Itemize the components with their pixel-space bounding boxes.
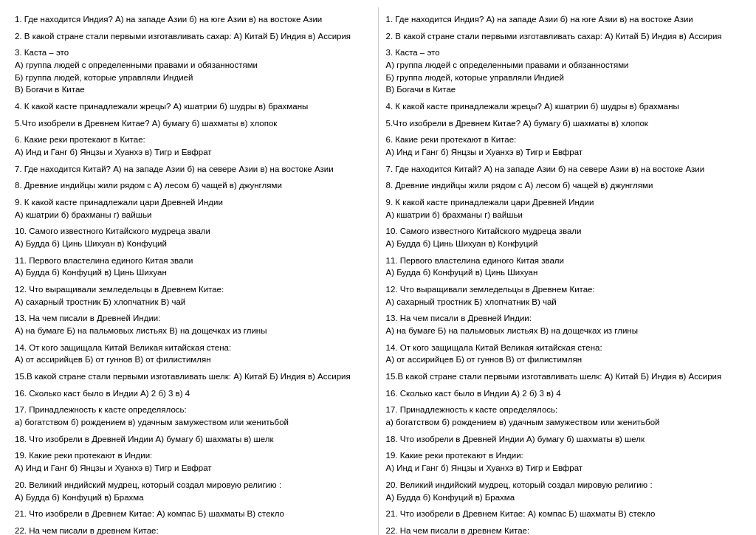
- question-block-q5: 5.Что изобрели в Древнем Китае? А) бумаг…: [15, 117, 371, 130]
- question-text: А) Будда б) Цинь Шихуан в) Конфуций: [386, 238, 742, 250]
- question-block-q19r: 19. Какие реки протекают в Индии:А) Инд …: [386, 449, 742, 474]
- question-block-q1r: 1. Где находится Индия? А) на западе Ази…: [386, 13, 742, 26]
- question-block-q21r: 21. Что изобрели в Древнем Китае: А) ком…: [386, 508, 742, 520]
- question-text: 4. К какой касте принадлежали жрецы? А) …: [15, 100, 371, 113]
- question-block-q9: 9. К какой касте принадлежали цари Древн…: [15, 196, 371, 221]
- question-block-q10: 10. Самого известного Китайского мудреца…: [15, 225, 371, 249]
- question-text: 10. Самого известного Китайского мудреца…: [15, 225, 371, 238]
- question-text: 13. На чем писали в Древней Индии:: [15, 312, 371, 325]
- question-text: А) Инд и Ганг б) Янцзы и Хуанхэ в) Тигр …: [386, 462, 742, 474]
- question-text: 16. Сколько каст было в Индии А) 2 б) 3 …: [15, 387, 371, 400]
- question-text: 9. К какой касте принадлежали цари Древн…: [15, 196, 371, 209]
- question-text: 12. Что выращивали земледельцы в Древнем…: [386, 283, 742, 296]
- question-block-q17: 17. Принадлежность к касте определялось:…: [15, 404, 371, 428]
- question-text: А) Инд и Ганг б) Янцзы и Хуанхэ в) Тигр …: [15, 146, 371, 159]
- question-text: 17. Принадлежность к касте определялось:: [15, 404, 371, 416]
- question-block-q13r: 13. На чем писали в Древней Индии:А) на …: [386, 312, 742, 336]
- question-text: 14. От кого защищала Китай Великая китай…: [15, 342, 371, 354]
- question-text: А) группа людей с определенными правами …: [15, 59, 371, 72]
- question-block-q1: 1. Где находится Индия? А) на западе Ази…: [15, 13, 371, 26]
- question-text: А) Будда б) Конфуций в) Брахма: [386, 491, 742, 504]
- question-text: 1. Где находится Индия? А) на западе Ази…: [15, 13, 371, 26]
- question-text: 21. Что изобрели в Древнем Китае: А) ком…: [386, 508, 742, 520]
- question-text: 4. К какой касте принадлежали жрецы? А) …: [386, 100, 742, 113]
- question-text: А) кшатрии б) брахманы г) вайшьи: [386, 209, 742, 221]
- question-text: А) на бумаге Б) на пальмовых листьях В) …: [15, 325, 371, 337]
- question-block-q18r: 18. Что изобрели в Древней Индии А) бума…: [386, 433, 742, 446]
- question-text: А) Будда б) Конфуций в) Цинь Шихуан: [15, 266, 371, 279]
- question-text: 20. Великий индийский мудрец, который со…: [15, 479, 371, 491]
- question-block-q3: 3. Каста – этоА) группа людей с определе…: [15, 46, 371, 96]
- question-block-q6: 6. Какие реки протекают в Китае:А) Инд и…: [15, 134, 371, 158]
- question-text: 13. На чем писали в Древней Индии:: [386, 312, 742, 325]
- question-block-q2: 2. В какой стране стали первыми изготавл…: [15, 30, 371, 43]
- question-text: А) Будда б) Конфуций в) Брахма: [15, 491, 371, 504]
- question-text: 19. Какие реки протекают в Индии:: [15, 449, 371, 462]
- question-block-q22: 22. На чем писали в древнем Китае:А) на …: [15, 525, 371, 535]
- question-text: 6. Какие реки протекают в Китае:: [15, 134, 371, 146]
- question-block-q10r: 10. Самого известного Китайского мудреца…: [386, 225, 742, 249]
- question-block-q19: 19. Какие реки протекают в Индии:А) Инд …: [15, 449, 371, 474]
- question-text: 3. Каста – это: [386, 46, 742, 59]
- question-text: В) Богачи в Китае: [386, 83, 742, 96]
- right-column: 1. Где находится Индия? А) на западе Ази…: [379, 7, 749, 535]
- question-text: 8. Древние индийцы жили рядом с А) лесом…: [15, 179, 371, 192]
- question-text: 9. К какой касте принадлежали цари Древн…: [386, 196, 742, 209]
- question-text: 7. Где находится Китай? А) на западе Ази…: [386, 163, 742, 176]
- question-text: 22. На чем писали в древнем Китае:: [386, 525, 742, 535]
- question-text: В) Богачи в Китае: [15, 83, 371, 96]
- question-block-q16r: 16. Сколько каст было в Индии А) 2 б) 3 …: [386, 387, 742, 400]
- question-block-q5r: 5.Что изобрели в Древнем Китае? А) бумаг…: [386, 117, 742, 130]
- question-text: 11. Первого властелина единого Китая зва…: [15, 255, 371, 267]
- question-block-q12: 12. Что выращивали земледельцы в Древнем…: [15, 283, 371, 308]
- question-block-q11: 11. Первого властелина единого Китая зва…: [15, 255, 371, 279]
- question-block-q3r: 3. Каста – этоА) группа людей с определе…: [386, 46, 742, 96]
- question-text: А) Инд и Ганг б) Янцзы и Хуанхэ в) Тигр …: [15, 462, 371, 474]
- question-text: 5.Что изобрели в Древнем Китае? А) бумаг…: [15, 117, 371, 130]
- question-block-q8r: 8. Древние индийцы жили рядом с А) лесом…: [386, 179, 742, 192]
- question-text: 19. Какие реки протекают в Индии:: [386, 449, 742, 462]
- question-block-q16: 16. Сколько каст было в Индии А) 2 б) 3 …: [15, 387, 371, 400]
- question-text: А) кшатрии б) брахманы г) вайшьи: [15, 209, 371, 221]
- question-text: 6. Какие реки протекают в Китае:: [386, 134, 742, 146]
- question-block-q15: 15.В какой стране стали первыми изготавл…: [15, 370, 371, 383]
- question-text: 20. Великий индийский мудрец, который со…: [386, 479, 742, 491]
- page-container: 1. Где находится Индия? А) на западе Ази…: [7, 7, 749, 535]
- question-text: 2. В какой стране стали первыми изготавл…: [15, 30, 371, 43]
- question-text: 7. Где находится Китай? А) на западе Ази…: [15, 163, 371, 176]
- left-column: 1. Где находится Индия? А) на западе Ази…: [7, 7, 379, 535]
- question-text: 14. От кого защищала Китай Великая китай…: [386, 342, 742, 354]
- question-text: 21. Что изобрели в Древнем Китае: А) ком…: [15, 508, 371, 520]
- question-text: 15.В какой стране стали первыми изготавл…: [386, 370, 742, 383]
- question-block-q8: 8. Древние индийцы жили рядом с А) лесом…: [15, 179, 371, 192]
- question-block-q20r: 20. Великий индийский мудрец, который со…: [386, 479, 742, 503]
- question-block-q12r: 12. Что выращивали земледельцы в Древнем…: [386, 283, 742, 308]
- question-block-q4: 4. К какой касте принадлежали жрецы? А) …: [15, 100, 371, 113]
- question-block-q11r: 11. Первого властелина единого Китая зва…: [386, 255, 742, 279]
- question-text: А) Будда б) Конфуций в) Цинь Шихуан: [386, 266, 742, 279]
- question-text: а) богатством б) рождением в) удачным за…: [15, 416, 371, 429]
- question-block-q20: 20. Великий индийский мудрец, который со…: [15, 479, 371, 503]
- question-text: А) сахарный тростник Б) хлопчатник В) ча…: [15, 296, 371, 308]
- question-text: 18. Что изобрели в Древней Индии А) бума…: [386, 433, 742, 446]
- question-block-q22r: 22. На чем писали в древнем Китае:А) на …: [386, 525, 742, 535]
- question-text: 8. Древние индийцы жили рядом с А) лесом…: [386, 179, 742, 192]
- question-text: А) сахарный тростник Б) хлопчатник В) ча…: [386, 296, 742, 308]
- question-block-q13: 13. На чем писали в Древней Индии:А) на …: [15, 312, 371, 336]
- question-block-q7r: 7. Где находится Китай? А) на западе Ази…: [386, 163, 742, 176]
- question-text: 12. Что выращивали земледельцы в Древнем…: [15, 283, 371, 296]
- question-text: 3. Каста – это: [15, 46, 371, 59]
- question-block-q6r: 6. Какие реки протекают в Китае:А) Инд и…: [386, 134, 742, 158]
- question-text: 2. В какой стране стали первыми изготавл…: [386, 30, 742, 43]
- question-text: 22. На чем писали в древнем Китае:: [15, 525, 371, 535]
- question-block-q2r: 2. В какой стране стали первыми изготавл…: [386, 30, 742, 43]
- question-block-q15r: 15.В какой стране стали первыми изготавл…: [386, 370, 742, 383]
- question-block-q21: 21. Что изобрели в Древнем Китае: А) ком…: [15, 508, 371, 520]
- question-block-q14: 14. От кого защищала Китай Великая китай…: [15, 342, 371, 366]
- question-block-q14r: 14. От кого защищала Китай Великая китай…: [386, 342, 742, 366]
- question-block-q7: 7. Где находится Китай? А) на западе Ази…: [15, 163, 371, 176]
- question-block-q17r: 17. Принадлежность к касте определялось:…: [386, 404, 742, 428]
- question-text: 18. Что изобрели в Древней Индии А) бума…: [15, 433, 371, 446]
- question-text: А) от ассирийцев Б) от гуннов В) от фили…: [386, 353, 742, 366]
- question-text: 11. Первого властелина единого Китая зва…: [386, 255, 742, 267]
